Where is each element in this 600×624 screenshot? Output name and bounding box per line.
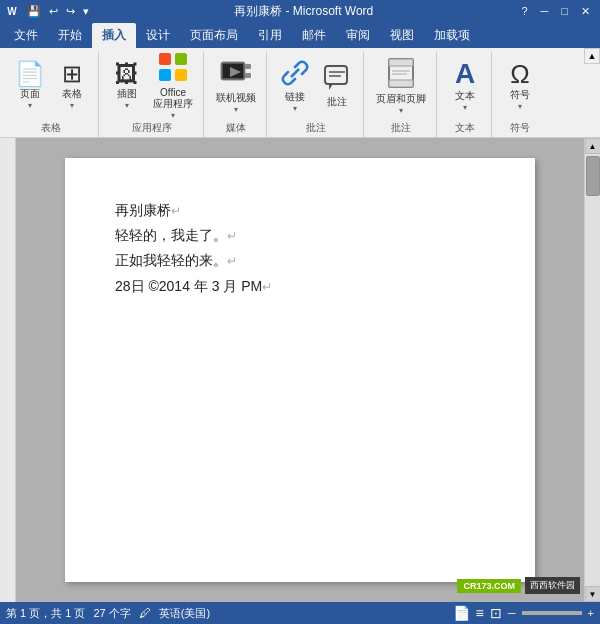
undo-quick-btn[interactable]: ↩ (46, 4, 61, 19)
online-video-dropdown: ▾ (234, 105, 238, 114)
minimize-btn[interactable]: ─ (535, 3, 555, 20)
symbol-dropdown: ▾ (518, 102, 522, 111)
svg-rect-8 (245, 73, 251, 78)
table-dropdown-arrow: ▾ (70, 101, 74, 110)
status-bar: 第 1 页，共 1 页 27 个字 🖊 英语(美国) 📄 ≡ ⊡ ─ + (0, 602, 600, 624)
text-btn[interactable]: A 文本 ▾ (445, 56, 485, 116)
online-video-label: 联机视频 (216, 92, 256, 103)
tab-references[interactable]: 引用 (248, 23, 292, 48)
ribbon-toolbar: 📄 页面 ▾ ⊞ 表格 ▾ 表格 🖼 插图 ▾ (0, 48, 600, 138)
ribbon-collapse-btn[interactable]: ▲ (584, 48, 600, 64)
ribbon-group-table: 📄 页面 ▾ ⊞ 表格 ▾ 表格 (4, 52, 99, 137)
title-bar: W 💾 ↩ ↪ ▾ 再别康桥 - Microsoft Word ? ─ □ ✕ (0, 0, 600, 22)
ruler-left (0, 138, 16, 602)
title-bar-title: 再别康桥 - Microsoft Word (92, 3, 515, 20)
symbol-btn[interactable]: Ω 符号 ▾ (500, 56, 540, 116)
online-video-icon (220, 58, 252, 90)
scroll-up-btn[interactable]: ▲ (585, 138, 601, 154)
links-group-buttons: 链接 ▾ 批注 (275, 52, 357, 119)
illustration-label: 插图 (117, 88, 137, 99)
tab-pagelayout[interactable]: 页面布局 (180, 23, 248, 48)
quick-access-toolbar: 💾 ↩ ↪ ▾ (24, 4, 92, 19)
media-group-label: 媒体 (226, 119, 246, 137)
svg-rect-1 (175, 53, 187, 65)
illustration-icon: 🖼 (115, 62, 139, 86)
scroll-down-btn[interactable]: ▼ (585, 586, 601, 602)
pilcrow-1: ↵ (171, 204, 181, 218)
view-icon-3[interactable]: ⊡ (490, 605, 502, 621)
illustrations-group-buttons: 🖼 插图 ▾ Office应用程序 ▾ (107, 52, 197, 119)
symbols-group-label: 符号 (510, 119, 530, 137)
tab-review[interactable]: 审阅 (336, 23, 380, 48)
view-icon-1[interactable]: 📄 (453, 605, 470, 621)
pilcrow-4: ↵ (262, 280, 272, 294)
symbol-icon: Ω (510, 61, 529, 87)
office-apps-label: Office应用程序 (153, 87, 193, 109)
scroll-track[interactable] (586, 154, 600, 586)
text-dropdown: ▾ (463, 103, 467, 112)
media-group-buttons: 联机视频 ▾ (212, 52, 260, 119)
tab-home[interactable]: 开始 (48, 23, 92, 48)
doc-line-2: 轻轻的，我走了。↵ (115, 223, 485, 248)
doc-text-1: 再别康桥 (115, 202, 171, 218)
comment-btn[interactable]: 批注 (317, 56, 357, 116)
table-btn[interactable]: ⊞ 表格 ▾ (52, 56, 92, 116)
illustration-btn[interactable]: 🖼 插图 ▾ (107, 56, 147, 116)
edit-icon: 🖊 (139, 606, 151, 620)
header-group-label: 批注 (391, 119, 411, 137)
header-footer-btn[interactable]: 页眉和页脚 ▾ (372, 56, 430, 116)
tab-design[interactable]: 设计 (136, 23, 180, 48)
save-quick-btn[interactable]: 💾 (24, 4, 44, 19)
redo-quick-btn[interactable]: ↪ (63, 4, 78, 19)
tab-view[interactable]: 视图 (380, 23, 424, 48)
svg-rect-15 (389, 80, 413, 87)
document-page[interactable]: 再别康桥↵ 轻轻的，我走了。↵ 正如我轻轻的来。↵ 28日 ©2014 年 3 … (65, 158, 535, 582)
page-btn[interactable]: 📄 页面 ▾ (10, 56, 50, 116)
link-btn[interactable]: 链接 ▾ (275, 56, 315, 116)
header-footer-label: 页眉和页脚 (376, 93, 426, 104)
svg-rect-0 (159, 53, 171, 65)
doc-line-4: 28日 ©2014 年 3 月 PM↵ (115, 274, 485, 299)
comment-label: 批注 (327, 96, 347, 107)
maximize-btn[interactable]: □ (555, 3, 574, 20)
status-bar-right: 📄 ≡ ⊡ ─ + (453, 605, 594, 621)
header-footer-icon (387, 57, 415, 91)
customize-quick-btn[interactable]: ▾ (80, 4, 92, 19)
comment-icon (323, 64, 351, 94)
links-group-label: 批注 (306, 119, 326, 137)
text-group-buttons: A 文本 ▾ (445, 52, 485, 119)
view-icon-2[interactable]: ≡ (476, 605, 484, 621)
online-video-btn[interactable]: 联机视频 ▾ (212, 56, 260, 116)
tab-mailings[interactable]: 邮件 (292, 23, 336, 48)
help-btn[interactable]: ? (515, 3, 533, 20)
text-icon: A (455, 60, 475, 88)
table-group-buttons: 📄 页面 ▾ ⊞ 表格 ▾ (10, 52, 92, 119)
doc-scroll-area[interactable]: 再别康桥↵ 轻轻的，我走了。↵ 正如我轻轻的来。↵ 28日 ©2014 年 3 … (16, 138, 584, 602)
vertical-scrollbar: ▲ ▼ (584, 138, 600, 602)
zoom-in-btn[interactable]: + (588, 607, 594, 619)
ribbon-group-links: 链接 ▾ 批注 批注 (269, 52, 364, 137)
zoom-out-btn[interactable]: ─ (508, 607, 516, 619)
doc-line-3: 正如我轻轻的来。↵ (115, 248, 485, 273)
link-label: 链接 (285, 91, 305, 102)
close-btn[interactable]: ✕ (575, 3, 596, 20)
watermark-site: 西西软件园 (525, 577, 580, 594)
document-container: 再别康桥↵ 轻轻的，我走了。↵ 正如我轻轻的来。↵ 28日 ©2014 年 3 … (0, 138, 600, 602)
doc-text-2: 轻轻的，我走了。 (115, 227, 227, 243)
ribbon-group-symbols: Ω 符号 ▾ 符号 (494, 52, 546, 137)
svg-rect-3 (175, 69, 187, 81)
page-icon: 📄 (15, 62, 45, 86)
office-apps-btn[interactable]: Office应用程序 ▾ (149, 56, 197, 116)
tab-file[interactable]: 文件 (4, 23, 48, 48)
ribbon-tabs: 文件 开始 插入 设计 页面布局 引用 邮件 审阅 视图 加载项 (0, 22, 600, 48)
zoom-slider[interactable] (522, 611, 582, 615)
ribbon-group-illustrations: 🖼 插图 ▾ Office应用程序 ▾ 应用程序 (101, 52, 204, 137)
word-app-icon: W (4, 3, 20, 19)
word-count: 27 个字 (93, 606, 130, 621)
doc-text-3: 正如我轻轻的来。 (115, 252, 227, 268)
tab-addins[interactable]: 加载项 (424, 23, 480, 48)
scroll-thumb[interactable] (586, 156, 600, 196)
illustrations-group-label: 应用程序 (132, 119, 172, 137)
tab-insert[interactable]: 插入 (92, 23, 136, 48)
doc-line-1: 再别康桥↵ (115, 198, 485, 223)
